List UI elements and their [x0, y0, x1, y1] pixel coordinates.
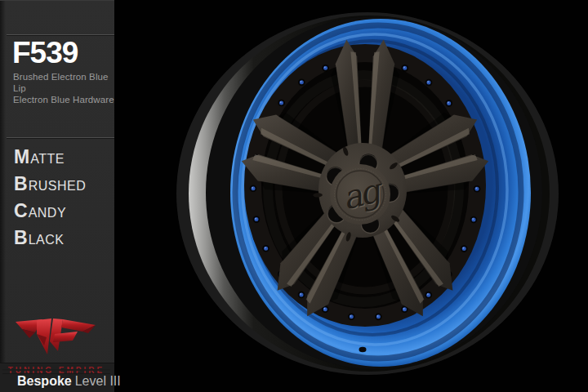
finish-line: Lip: [13, 82, 114, 94]
finish-option: Candy: [14, 198, 86, 225]
tier-rest-text: Level III: [75, 374, 121, 388]
finish-description: Brushed Electron Blue Lip Electron Blue …: [13, 71, 114, 105]
model-title: F539: [12, 37, 78, 69]
finish-line: Electron Blue Hardware: [13, 94, 114, 105]
divider: [7, 34, 114, 35]
brand-footer: TUNING EMPIRE BespokeLevel III: [0, 363, 114, 392]
divider: [7, 137, 114, 138]
bespoke-level-label: BespokeLevel III: [17, 374, 121, 389]
valve-stem-hole: [359, 347, 367, 352]
finish-option: Matte: [14, 145, 86, 172]
finish-line: Brushed Electron Blue: [13, 71, 114, 82]
brand-logo-icon: [13, 317, 98, 358]
info-panel: F539 Brushed Electron Blue Lip Electron …: [0, 0, 114, 392]
finish-options-list: Matte Brushed Candy Black: [14, 145, 86, 252]
finish-option: Brushed: [14, 172, 86, 198]
tier-bold-text: Bespoke: [17, 374, 72, 388]
product-banner: ag ag F539 Brushed Electron Blue Lip Ele…: [0, 0, 588, 392]
stencil-stripe: [2, 369, 110, 371]
finish-option: Black: [14, 225, 86, 252]
